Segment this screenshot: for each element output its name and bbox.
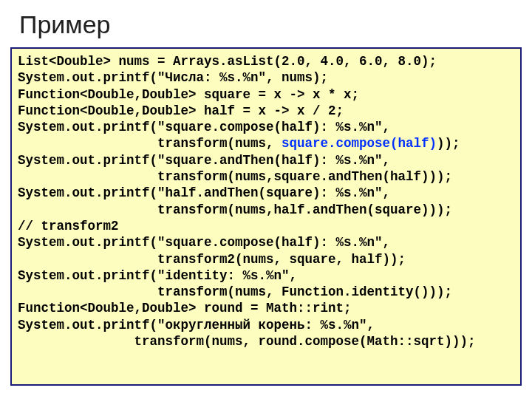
code-line: transform(nums,half.andThen(square)));: [18, 202, 452, 217]
code-line: List<Double> nums = Arrays.asList(2.0, 4…: [18, 54, 437, 69]
code-line: transform(nums, Function.identity()));: [18, 284, 452, 299]
code-line: ));: [437, 136, 460, 151]
code-line: // transform2: [18, 219, 119, 233]
code-line: System.out.printf("square.compose(half):…: [18, 235, 390, 250]
code-line: transform2(nums, square, half));: [18, 252, 406, 267]
slide: Пример List<Double> nums = Arrays.asList…: [0, 0, 532, 399]
code-line: System.out.printf("square.andThen(half):…: [18, 153, 390, 168]
code-line: System.out.printf("square.compose(half):…: [18, 120, 390, 134]
code-line: Function<Double,Double> round = Math::ri…: [18, 301, 352, 316]
code-line: System.out.printf("округленный корень: %…: [18, 318, 375, 332]
code-line: Function<Double,Double> half = x -> x / …: [18, 103, 344, 118]
slide-title: Пример: [19, 10, 111, 39]
code-line: System.out.printf("half.andThen(square):…: [18, 185, 390, 200]
code-highlight: square.compose(half): [282, 136, 437, 151]
code-block: List<Double> nums = Arrays.asList(2.0, 4…: [10, 47, 522, 386]
code-line: transform(nums,: [18, 136, 282, 151]
code-line: transform(nums, round.compose(Math::sqrt…: [18, 334, 476, 349]
code-line: Function<Double,Double> square = x -> x …: [18, 87, 359, 102]
code-line: transform(nums,square.andThen(half)));: [18, 169, 452, 184]
code-line: System.out.printf("Числа: %s.%n", nums);: [18, 70, 328, 85]
code-line: System.out.printf("identity: %s.%n",: [18, 268, 297, 283]
